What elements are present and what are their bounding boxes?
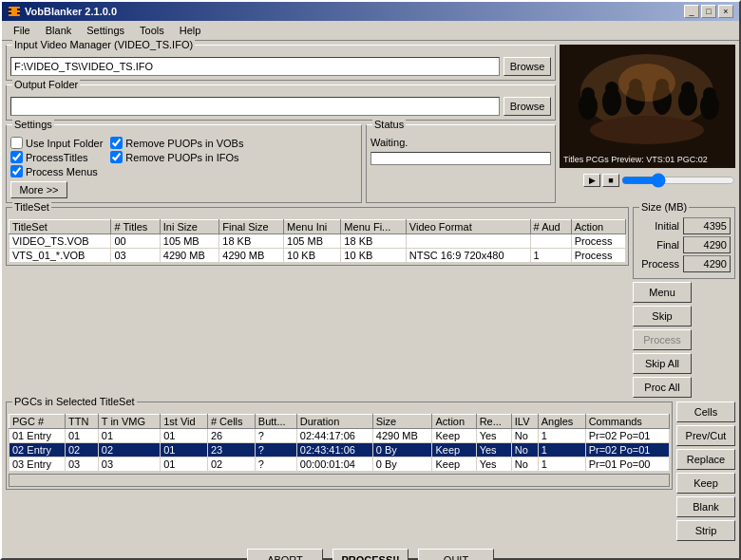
- pgc-row-2[interactable]: 03 Entry 03 03 01 02 ? 00:00:01:04 0 By …: [10, 457, 670, 472]
- settings-label: Settings: [12, 119, 54, 130]
- input-video-field[interactable]: [10, 57, 500, 76]
- quit-button[interactable]: QUIT: [418, 549, 494, 560]
- output-folder-row: Browse: [10, 97, 551, 116]
- cell-menufi-0: 18 KB: [341, 234, 407, 249]
- proc-all-btn[interactable]: Proc All: [633, 377, 692, 398]
- prev-cut-btn[interactable]: Prev/Cut: [676, 425, 735, 446]
- process-titles-label: ProcessTitles: [26, 152, 88, 163]
- col-num-aud: # Aud: [530, 220, 571, 234]
- pgc-col-9: Re...: [476, 415, 511, 429]
- menu-btn[interactable]: Menu: [633, 282, 692, 303]
- pgc-cell-2-4: 02: [207, 457, 255, 472]
- prev-stop-button[interactable]: ■: [602, 174, 619, 187]
- pgc-horizontal-scrollbar[interactable]: [9, 474, 670, 487]
- pgc-cell-1-7: 0 By: [372, 443, 432, 457]
- output-folder-field[interactable]: [10, 97, 500, 116]
- col-menu-ini: Menu Ini: [284, 220, 341, 234]
- output-browse-button[interactable]: Browse: [504, 97, 551, 116]
- content-area: Input Video Manager (VIDEO_TS.IFO) Brows…: [2, 41, 739, 560]
- menu-help[interactable]: Help: [172, 23, 209, 38]
- pgc-cell-0-10: No: [511, 429, 538, 443]
- skip-all-btn[interactable]: Skip All: [633, 353, 692, 374]
- pgc-cell-2-0: 03 Entry: [10, 457, 66, 472]
- menu-settings[interactable]: Settings: [79, 23, 132, 38]
- svg-text:Titles PCGs Preview: VTS:01 PG: Titles PCGs Preview: VTS:01 PGC:02: [563, 155, 708, 164]
- pgc-col-10: ILV: [511, 415, 538, 429]
- process-menus-check[interactable]: [10, 165, 23, 177]
- menu-blank[interactable]: Blank: [38, 23, 80, 38]
- remove-puops-vobs-row: Remove PUOPs in VOBs: [110, 137, 243, 149]
- table-row[interactable]: VTS_01_*.VOB 03 4290 MB 4290 MB 10 KB 10…: [10, 249, 626, 263]
- minimize-button[interactable]: _: [684, 5, 699, 18]
- status-group: Status Waiting.: [366, 124, 556, 203]
- svg-rect-4: [17, 12, 20, 14]
- menu-tools[interactable]: Tools: [132, 23, 172, 38]
- main-window: VobBlanker 2.1.0.0 _ □ × File Blank Sett…: [0, 0, 741, 560]
- cell-titleset-0: VIDEO_TS.VOB: [10, 234, 111, 249]
- title-buttons: _ □ ×: [684, 5, 733, 18]
- cell-numtitles-0: 00: [111, 234, 160, 249]
- output-folder-group: Output Folder Browse: [6, 84, 556, 121]
- blank-btn[interactable]: Blank: [676, 496, 735, 517]
- strip-btn[interactable]: Strip: [676, 520, 735, 541]
- col-ini-size: Ini Size: [160, 220, 219, 234]
- prev-play-button[interactable]: ▶: [583, 174, 600, 187]
- process-titles-check[interactable]: [10, 151, 23, 163]
- size-final-label: Final: [637, 239, 679, 251]
- pgc-cell-1-4: 23: [207, 443, 255, 457]
- pgc-cell-1-3: 01: [161, 443, 208, 457]
- settings-col-right: Remove PUOPs in VOBs Remove PUOPs in IFO…: [110, 137, 243, 198]
- cells-btn[interactable]: Cells: [676, 401, 735, 422]
- input-browse-button[interactable]: Browse: [504, 57, 551, 76]
- title-bar-left: VobBlanker 2.1.0.0: [8, 5, 117, 18]
- pgc-col-2: T in VMG: [98, 415, 160, 429]
- menu-file[interactable]: File: [6, 23, 38, 38]
- pgc-cell-2-5: ?: [255, 457, 296, 472]
- pgc-row-0[interactable]: 01 Entry 01 01 01 26 ? 02:44:17:06 4290 …: [10, 429, 670, 443]
- pgc-cell-0-7: 4290 MB: [372, 429, 432, 443]
- keep-btn[interactable]: Keep: [676, 473, 735, 494]
- pgc-col-12: Commands: [585, 415, 669, 429]
- pgc-row-1[interactable]: 02 Entry 02 02 01 23 ? 02:43:41:06 0 By …: [10, 443, 670, 457]
- status-label: Status: [372, 119, 406, 130]
- pgc-cell-0-3: 01: [161, 429, 208, 443]
- cell-menuini-0: 105 MB: [284, 234, 341, 249]
- progress-bar: [370, 152, 551, 165]
- preview-slider[interactable]: [621, 174, 735, 187]
- table-row[interactable]: VIDEO_TS.VOB 00 105 MB 18 KB 105 MB 18 K…: [10, 234, 626, 249]
- size-process-label: Process: [637, 258, 679, 270]
- process-menus-row: Process Menus: [10, 165, 103, 177]
- settings-group: Settings Use Input Folder ProcessTitles: [6, 124, 362, 203]
- close-button[interactable]: ×: [718, 5, 733, 18]
- use-input-folder-check[interactable]: [10, 137, 23, 149]
- abort-button[interactable]: ABORT: [247, 549, 323, 560]
- preview-controls: ▶ ■: [583, 174, 735, 187]
- col-action: Action: [571, 220, 625, 234]
- pgc-table-wrapper[interactable]: PGC # TTN T in VMG 1st Vid # Cells Butt.…: [9, 414, 670, 472]
- process-button[interactable]: PROCESS!!: [332, 549, 408, 560]
- pgc-col-11: Angles: [538, 415, 585, 429]
- remove-puops-vobs-check[interactable]: [110, 137, 123, 149]
- title-bar: VobBlanker 2.1.0.0 _ □ ×: [2, 2, 739, 21]
- pgc-label: PGCs in Selected TitleSet: [12, 396, 137, 407]
- top-section: Input Video Manager (VIDEO_TS.IFO) Brows…: [6, 45, 735, 203]
- remove-puops-ifos-check[interactable]: [110, 151, 123, 163]
- status-text: Waiting.: [370, 137, 551, 148]
- remove-puops-ifos-row: Remove PUOPs in IFOs: [110, 151, 243, 163]
- maximize-button[interactable]: □: [701, 5, 716, 18]
- size-final-row: Final: [637, 236, 731, 253]
- process-btn[interactable]: Process: [633, 329, 692, 350]
- svg-rect-0: [9, 7, 20, 16]
- pgc-col-0: PGC #: [10, 415, 66, 429]
- pgc-cell-2-3: 01: [161, 457, 208, 472]
- pgc-cell-0-8: Keep: [432, 429, 476, 443]
- replace-btn[interactable]: Replace: [676, 449, 735, 470]
- col-menu-fi: Menu Fi...: [341, 220, 407, 234]
- more-button[interactable]: More >>: [10, 181, 67, 198]
- cell-finalsize-0: 18 KB: [219, 234, 284, 249]
- size-process-row: Process: [637, 255, 731, 272]
- pgc-cell-0-0: 01 Entry: [10, 429, 66, 443]
- skip-btn[interactable]: Skip: [633, 306, 692, 327]
- cell-inisize-0: 105 MB: [160, 234, 219, 249]
- pgc-cell-1-5: ?: [255, 443, 296, 457]
